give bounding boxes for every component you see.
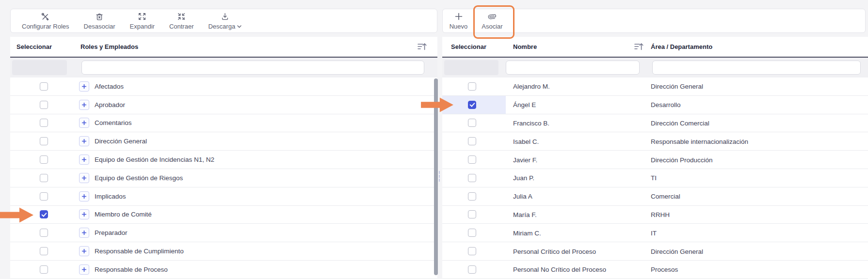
row-checkbox[interactable]: [468, 82, 476, 91]
employee-area: TI: [651, 174, 657, 182]
desasociar-button[interactable]: Desasociar: [77, 9, 123, 32]
row-checkbox[interactable]: [40, 155, 48, 164]
table-row[interactable]: Personal No Crítico del Proceso Procesos: [442, 261, 868, 279]
expand-plus-icon[interactable]: [79, 155, 89, 165]
table-row[interactable]: Implicados: [10, 187, 437, 206]
row-checkbox[interactable]: [40, 174, 48, 182]
roles-table-header: Seleccionar Roles y Empleados: [10, 37, 437, 58]
desasociar-label: Desasociar: [84, 23, 115, 30]
table-row[interactable]: Responsable de Proceso: [10, 261, 437, 279]
employee-name: Javier F.: [513, 156, 537, 163]
row-checkbox[interactable]: [468, 155, 476, 164]
employee-name: Juan P.: [513, 174, 534, 182]
row-checkbox[interactable]: [468, 192, 476, 201]
row-checkbox[interactable]: [40, 119, 48, 127]
row-checkbox[interactable]: [468, 101, 476, 109]
configurar-roles-label: Configurar Roles: [22, 23, 69, 30]
roles-filter-input[interactable]: [81, 61, 424, 75]
employee-name: Alejandro M.: [513, 83, 550, 90]
expandir-label: Expandir: [130, 23, 155, 30]
nuevo-button[interactable]: Nuevo: [443, 9, 475, 32]
table-row-selected[interactable]: Miembro de Comité: [10, 206, 437, 224]
table-row[interactable]: Francisco B. Dirección Comercial: [442, 114, 868, 133]
table-row[interactable]: Personal Crítico del Proceso Dirección G…: [442, 242, 868, 261]
table-row[interactable]: Juan P. TI: [442, 169, 868, 187]
role-label: Preparador: [95, 229, 128, 236]
table-row[interactable]: María F. RRHH: [442, 206, 868, 224]
descarga-button[interactable]: Descarga: [201, 9, 249, 32]
role-label: Aprobador: [95, 101, 125, 108]
expand-plus-icon[interactable]: [79, 81, 89, 92]
row-checkbox[interactable]: [468, 137, 476, 145]
contraer-button[interactable]: Contraer: [162, 9, 201, 32]
employees-filter-row: [442, 58, 868, 78]
table-row[interactable]: Javier F. Dirección Producción: [442, 151, 868, 169]
expand-plus-icon[interactable]: [79, 264, 89, 275]
expandir-button[interactable]: Expandir: [123, 9, 162, 32]
table-row[interactable]: Julia A Comercial: [442, 187, 868, 206]
sort-icon[interactable]: [634, 43, 643, 53]
employee-name: María F.: [513, 211, 537, 218]
table-row[interactable]: Afectados: [10, 78, 437, 96]
row-checkbox[interactable]: [468, 174, 476, 182]
table-row[interactable]: Miriam C. IT: [442, 224, 868, 242]
employee-area: Dirección Comercial: [651, 119, 709, 126]
roles-filter-select-cell: [12, 60, 67, 75]
row-checkbox[interactable]: [468, 229, 476, 237]
row-checkbox[interactable]: [40, 192, 48, 201]
role-label: Miembro de Comité: [95, 211, 152, 218]
row-checkbox[interactable]: [40, 265, 48, 274]
expand-plus-icon[interactable]: [79, 228, 89, 238]
expand-icon: [138, 12, 146, 21]
sort-icon[interactable]: [418, 43, 427, 53]
role-label: Responsable de Cumplimiento: [95, 248, 184, 255]
plus-icon: [455, 12, 463, 21]
trash-x-icon: [95, 12, 104, 21]
row-checkbox[interactable]: [468, 119, 476, 127]
employees-filter-select-cell: [444, 60, 498, 75]
row-checkbox[interactable]: [40, 229, 48, 237]
expand-plus-icon[interactable]: [79, 136, 89, 146]
table-row[interactable]: Alejandro M. Dirección General: [442, 78, 868, 96]
row-checkbox[interactable]: [468, 210, 476, 218]
employees-toolbar: Nuevo Asociar: [442, 9, 866, 33]
table-row[interactable]: Dirección General: [10, 132, 437, 151]
roles-filter-row: [10, 58, 437, 78]
configurar-roles-button[interactable]: Configurar Roles: [15, 9, 77, 32]
descarga-label: Descarga: [208, 23, 235, 30]
table-row[interactable]: Comentarios: [10, 114, 437, 133]
row-checkbox[interactable]: [40, 210, 48, 218]
row-checkbox[interactable]: [468, 247, 476, 255]
role-label: Dirección General: [95, 138, 147, 145]
associate-roles-screen: Configurar Roles Desasociar Expandir: [0, 0, 868, 279]
table-row[interactable]: Preparador: [10, 224, 437, 242]
chevron-down-icon: [237, 25, 241, 28]
panel-splitter-handle[interactable]: [439, 171, 440, 182]
asociar-button[interactable]: Asociar: [475, 9, 510, 32]
expand-plus-icon[interactable]: [79, 173, 89, 183]
nuevo-label: Nuevo: [450, 23, 468, 30]
row-checkbox[interactable]: [40, 247, 48, 255]
area-filter-input[interactable]: [652, 61, 861, 75]
table-row[interactable]: Responsable de Cumplimiento: [10, 242, 437, 261]
nombre-filter-input[interactable]: [506, 61, 640, 75]
employee-area: Dirección Producción: [651, 156, 713, 163]
table-row[interactable]: Isabel C. Responsable internacionalizaci…: [442, 132, 868, 151]
table-row[interactable]: Aprobador: [10, 96, 437, 114]
table-row[interactable]: Equipo de Gestión de Incidencias N1, N2: [10, 151, 437, 169]
row-checkbox[interactable]: [40, 137, 48, 145]
expand-plus-icon[interactable]: [79, 209, 89, 219]
expand-plus-icon[interactable]: [79, 246, 89, 256]
expand-plus-icon[interactable]: [79, 118, 89, 128]
table-row-selected[interactable]: Ángel E Desarrollo: [442, 96, 868, 114]
expand-plus-icon[interactable]: [79, 100, 89, 110]
row-checkbox[interactable]: [40, 101, 48, 109]
employee-name: Personal No Crítico del Proceso: [513, 266, 606, 273]
vertical-scrollbar[interactable]: [434, 78, 438, 275]
role-label: Equipo de Gestión de Incidencias N1, N2: [95, 156, 214, 163]
table-row[interactable]: Equipo de Gestión de Riesgos: [10, 169, 437, 187]
row-checkbox[interactable]: [468, 265, 476, 274]
row-checkbox[interactable]: [40, 82, 48, 91]
employees-col-area: Área / Departamento: [651, 37, 712, 57]
expand-plus-icon[interactable]: [79, 191, 89, 202]
